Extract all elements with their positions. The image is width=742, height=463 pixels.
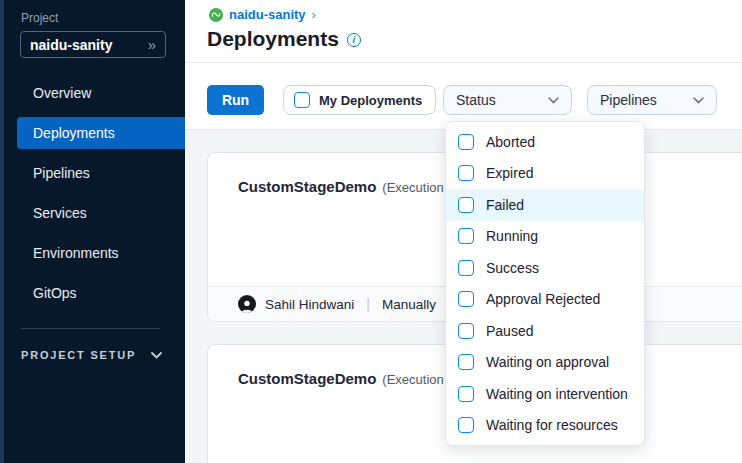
project-setup-label: PROJECT SETUP [21,349,136,361]
pipeline-name: CustomStageDemo [238,178,376,195]
status-filter-menu: Aborted Expired Failed Running Success A… [445,121,645,446]
menu-checkbox[interactable] [458,165,474,181]
menu-checkbox[interactable] [458,291,474,307]
sidebar-item-pipelines[interactable]: Pipelines [0,157,185,189]
run-button[interactable]: Run [207,85,264,115]
info-icon[interactable]: i [347,33,361,47]
sidebar-nav: Overview Deployments Pipelines Services … [0,77,185,317]
menu-item-running[interactable]: Running [446,221,644,253]
page-title: Deployments [207,27,339,51]
project-expand-icon[interactable]: » [148,37,156,52]
menu-item-success[interactable]: Success [446,252,644,284]
menu-item-waiting-for-resources[interactable]: Waiting for resources [446,410,644,442]
footer-separator: | [363,296,373,312]
menu-item-approval-rejected[interactable]: Approval Rejected [446,284,644,316]
sidebar-item-environments[interactable]: Environments [0,237,185,269]
my-deployments-checkbox[interactable] [294,92,310,108]
triggered-by: Sahil Hindwani [265,297,354,312]
page-header: naidu-sanity › Deployments i [185,0,742,63]
menu-checkbox[interactable] [458,323,474,339]
pipelines-filter-dropdown[interactable]: Pipelines [587,85,717,115]
pipelines-filter-label: Pipelines [600,92,657,108]
my-deployments-label: My Deployments [319,93,422,108]
menu-checkbox[interactable] [458,386,474,402]
sidebar-item-gitops[interactable]: GitOps [0,277,185,309]
menu-item-waiting-on-approval[interactable]: Waiting on approval [446,347,644,379]
deployments-page: Project naidu-sanity » Overview Deployme… [0,0,742,463]
menu-checkbox[interactable] [458,228,474,244]
cd-module-icon [209,8,223,22]
chevron-down-icon [151,352,162,359]
chevron-down-icon [693,97,704,104]
chevron-down-icon [548,97,559,104]
title-row: Deployments i [207,27,361,51]
breadcrumb-chevron-icon: › [312,7,316,22]
status-filter-dropdown[interactable]: Status [443,85,572,115]
status-filter-label: Status [456,92,496,108]
menu-item-aborted[interactable]: Aborted [446,126,644,158]
trigger-type: Manually [382,297,436,312]
menu-checkbox[interactable] [458,417,474,433]
project-setup-toggle[interactable]: PROJECT SETUP [21,349,162,361]
project-label: Project [21,11,58,25]
menu-item-failed[interactable]: Failed [446,189,644,221]
my-deployments-filter[interactable]: My Deployments [283,85,436,115]
menu-checkbox[interactable] [458,134,474,150]
sidebar-item-overview[interactable]: Overview [0,77,185,109]
menu-item-expired[interactable]: Expired [446,158,644,190]
sidebar-item-services[interactable]: Services [0,197,185,229]
breadcrumb-project-link[interactable]: naidu-sanity [229,7,306,22]
toolbar: Run My Deployments Status Pipelines [185,63,742,130]
project-name: naidu-sanity [30,37,112,53]
sidebar-divider [21,328,160,329]
project-switcher[interactable]: naidu-sanity » [20,31,166,58]
menu-item-waiting-on-intervention[interactable]: Waiting on intervention [446,378,644,410]
breadcrumb: naidu-sanity › [209,7,316,22]
menu-checkbox[interactable] [458,197,474,213]
pipeline-name: CustomStageDemo [238,370,376,387]
menu-item-paused[interactable]: Paused [446,315,644,347]
menu-checkbox[interactable] [458,354,474,370]
project-sidebar: Project naidu-sanity » Overview Deployme… [0,0,185,463]
sidebar-item-deployments[interactable]: Deployments [17,117,185,149]
user-avatar-icon [238,295,256,313]
menu-checkbox[interactable] [458,260,474,276]
